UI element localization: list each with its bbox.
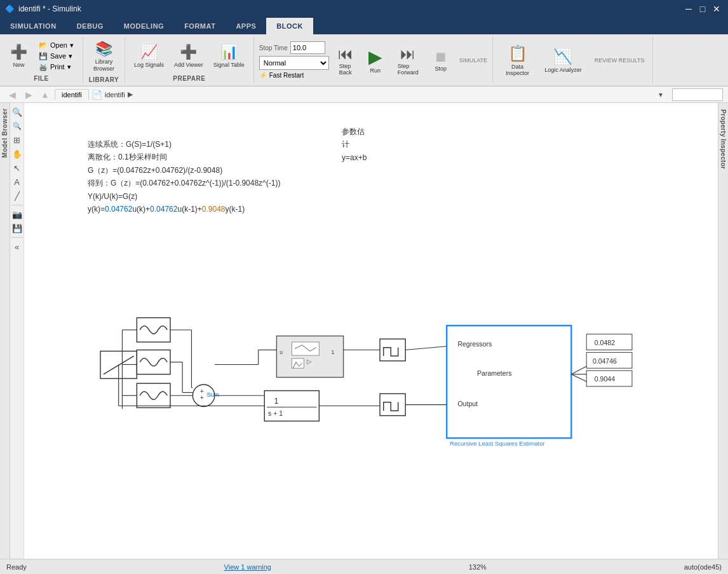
save-button[interactable]: 💾 Save ▾: [35, 51, 78, 61]
open-label: Open: [50, 41, 67, 49]
tab-simulation[interactable]: SIMULATION: [0, 18, 67, 34]
data-inspector-label: DataInspector: [506, 64, 529, 76]
svg-text:▷: ▷: [307, 358, 312, 365]
output-label: Output: [457, 400, 478, 407]
svg-rect-8: [292, 342, 319, 355]
annotation-line-4: 得到：G（z）=(0.04762+0.04762z^(-1))/(1-0.904…: [88, 177, 280, 189]
add-viewer-button[interactable]: ➕ Add Viewer: [170, 42, 207, 71]
address-bar: ◀ ▶ ▲ identifi 📄 identifi ▶ ▾: [0, 86, 728, 103]
run-button[interactable]: ▶ Run: [362, 44, 389, 76]
canvas-area: 连续系统：G(S)=1/(S+1) 离散化：0.1秒采样时间 G（z）=(0.0…: [24, 103, 718, 559]
val3: 0.9048: [202, 205, 226, 214]
tab-debug[interactable]: DEBUG: [67, 18, 114, 34]
expand-button[interactable]: ▾: [654, 88, 667, 101]
param-est-label: 参数估计: [342, 125, 367, 151]
data-inspector-button[interactable]: 📋 DataInspector: [501, 43, 534, 78]
svg-text:+: +: [200, 393, 204, 401]
sine2-block[interactable]: [137, 350, 170, 374]
nav-forward-button[interactable]: ▶: [22, 88, 36, 102]
run-icon: ▶: [368, 46, 382, 67]
title-bar-left: 🔷 identifi * - Simulink: [5, 4, 81, 13]
fast-restart-row: ⚡ Fast Restart: [259, 72, 329, 79]
parameters-label: Parameters: [477, 369, 511, 377]
data-inspector-icon: 📋: [508, 44, 527, 62]
title-bar-controls[interactable]: ─ □ ✕: [682, 3, 723, 15]
model-tab[interactable]: identifi: [55, 89, 89, 100]
select-button[interactable]: ↖: [11, 161, 24, 174]
step-forward-button[interactable]: ⏭ StepForward: [391, 43, 425, 78]
zoom-out-button[interactable]: 🔍: [11, 120, 24, 132]
model-browser-tab[interactable]: Model Browser: [0, 103, 10, 163]
simulation-mode-select[interactable]: Normal Accelerator Rapid Accelerator: [259, 56, 329, 70]
tab-modeling[interactable]: MODELING: [114, 18, 174, 34]
logic-analyzer-button[interactable]: 📉 Logic Analyzer: [539, 46, 587, 75]
output-val3: 0.9044: [595, 375, 615, 383]
output-val1: 0.0482: [595, 339, 615, 346]
file-group: 📂 Open ▾ 💾 Save ▾ 🖨️ Print ▾: [35, 41, 78, 72]
fit-view-button[interactable]: ⊞: [11, 133, 24, 146]
tab-block[interactable]: BLOCK: [266, 18, 313, 34]
log-signals-button[interactable]: 📈 Log Signals: [130, 42, 168, 71]
annotation-line-2: 离散化：0.1秒采样时间: [88, 151, 280, 163]
property-inspector-label: Property Inspector: [720, 109, 727, 169]
regressors-label: Regressors: [457, 340, 492, 348]
line-button[interactable]: ╱: [11, 189, 24, 202]
stop-time-label: Stop Time: [259, 44, 288, 51]
collapse-button[interactable]: «: [11, 240, 24, 253]
ribbon: ➕ New 📂 Open ▾ 💾 Save ▾ 🖨️ Print ▾: [0, 34, 728, 86]
file-section-label: FILE: [34, 75, 49, 82]
nav-up-button[interactable]: ▲: [38, 88, 52, 102]
add-viewer-label: Add Viewer: [174, 62, 203, 69]
open-icon: 📂: [39, 41, 48, 50]
zoom-level: 132%: [469, 563, 487, 571]
open-button[interactable]: 📂 Open ▾: [35, 41, 78, 50]
annotation-line-3: G（z）=(0.04762z+0.04762)/(z-0.9048): [88, 164, 280, 177]
tab-format[interactable]: FORMAT: [174, 18, 226, 34]
step-back-button[interactable]: ⏮ StepBack: [332, 43, 360, 78]
stop-label: Stop: [435, 65, 447, 72]
sine1-block[interactable]: [137, 318, 170, 342]
prepare-buttons: 📈 Log Signals ➕ Add Viewer 📊 Signal Tabl…: [130, 38, 248, 74]
screenshot-button[interactable]: 📷: [11, 208, 24, 221]
print-button[interactable]: 🖨️ Print ▾: [35, 62, 78, 72]
new-button[interactable]: ➕ New: [5, 41, 32, 71]
stop-icon: ⏹: [434, 49, 448, 65]
ribbon-section-review: 📋 DataInspector 📉 Logic Analyzer REVIEW …: [493, 37, 652, 83]
zoom-in-button[interactable]: 🔍: [11, 106, 24, 118]
stop-time-input[interactable]: [290, 41, 325, 54]
print-label: Print: [50, 63, 65, 71]
library-buttons: 📚 LibraryBrowser: [88, 38, 119, 75]
svg-text:Sum: Sum: [206, 391, 219, 398]
sine3-block[interactable]: [137, 383, 170, 407]
logic-analyzer-icon: 📉: [553, 48, 572, 65]
step-forward-icon: ⏭: [400, 45, 415, 63]
param-est-block: 参数估计 y=ax+b: [342, 125, 367, 164]
property-inspector-tab[interactable]: Property Inspector: [718, 104, 728, 174]
signal-table-button[interactable]: 📊 Signal Table: [210, 42, 248, 71]
ribbon-section-prepare: 📈 Log Signals ➕ Add Viewer 📊 Signal Tabl…: [125, 37, 254, 83]
run-label: Run: [370, 67, 381, 74]
close-button[interactable]: ✕: [710, 3, 723, 15]
minimize-button[interactable]: ─: [682, 3, 695, 15]
pan-button[interactable]: ✋: [11, 147, 24, 160]
nav-back-button[interactable]: ◀: [5, 88, 19, 102]
model-browser-panel: Model Browser: [0, 103, 10, 559]
address-input[interactable]: [672, 88, 723, 101]
maximize-button[interactable]: □: [696, 3, 709, 15]
divider: [11, 205, 23, 205]
svg-text:u: u: [280, 349, 283, 355]
warning-link[interactable]: View 1 warning: [224, 563, 271, 571]
new-label: New: [13, 62, 24, 69]
signal-table-icon: 📊: [220, 44, 238, 60]
stop-button[interactable]: ⏹ Stop: [428, 47, 454, 74]
tab-apps[interactable]: APPS: [226, 18, 266, 34]
output-val2: 0.04746: [593, 357, 617, 365]
breadcrumb-arrow: ▶: [128, 90, 133, 99]
stop-time-row: Stop Time: [259, 41, 329, 54]
log-signals-icon: 📈: [140, 44, 158, 60]
library-browser-button[interactable]: 📚 LibraryBrowser: [88, 38, 119, 75]
breadcrumb-text: identifi: [105, 91, 125, 99]
logic-analyzer-label: Logic Analyzer: [544, 67, 582, 73]
text-button[interactable]: A: [11, 175, 24, 188]
save-view-button[interactable]: 💾: [11, 222, 24, 235]
